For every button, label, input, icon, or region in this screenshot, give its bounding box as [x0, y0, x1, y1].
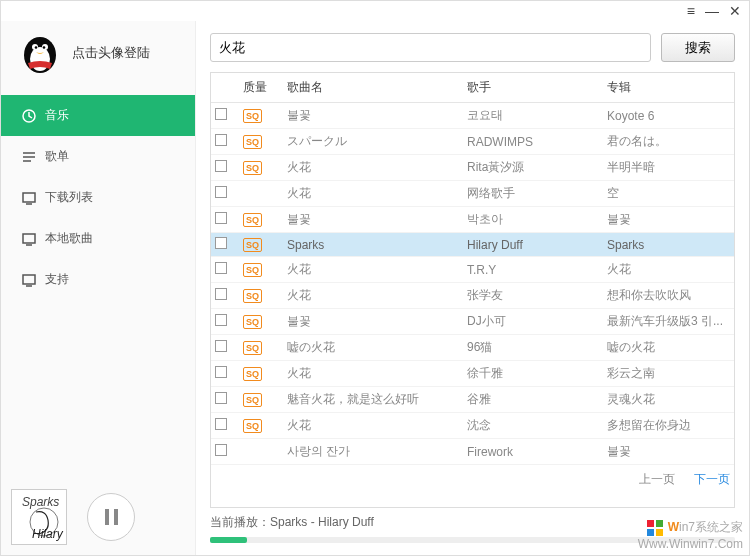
- cell-song: 火花: [283, 155, 463, 181]
- search-input[interactable]: [210, 33, 651, 62]
- checkbox[interactable]: [215, 418, 227, 430]
- sq-badge: SQ: [243, 263, 262, 277]
- sq-badge: SQ: [243, 135, 262, 149]
- nav-list: 音乐歌单下载列表本地歌曲支持: [1, 95, 195, 300]
- cell-artist: Hilary Duff: [463, 233, 603, 257]
- player-controls: SparksHilary: [11, 489, 135, 545]
- cell-album: 火花: [603, 257, 734, 283]
- cell-artist: Rita黃汐源: [463, 155, 603, 181]
- cell-song: スパークル: [283, 129, 463, 155]
- table-row[interactable]: 사랑의 잔가Firework불꽃: [211, 439, 734, 465]
- col-quality[interactable]: 质量: [239, 73, 283, 103]
- menu-icon[interactable]: ≡: [687, 4, 695, 18]
- checkbox[interactable]: [215, 212, 227, 224]
- table-row[interactable]: SQ불꽃코요태Koyote 6: [211, 103, 734, 129]
- pager: 上一页 下一页: [211, 465, 734, 494]
- svg-rect-7: [23, 193, 35, 202]
- checkbox[interactable]: [215, 444, 227, 456]
- checkbox[interactable]: [215, 134, 227, 146]
- checkbox[interactable]: [215, 288, 227, 300]
- table-row[interactable]: SQ魅音火花，就是这么好听谷雅灵魂火花: [211, 387, 734, 413]
- cell-album: 半明半暗: [603, 155, 734, 181]
- cell-artist: T.R.Y: [463, 257, 603, 283]
- cell-artist: 张学友: [463, 283, 603, 309]
- cell-album: 彩云之南: [603, 361, 734, 387]
- checkbox[interactable]: [215, 314, 227, 326]
- table-row[interactable]: SQ火花T.R.Y火花: [211, 257, 734, 283]
- pause-button[interactable]: [87, 493, 135, 541]
- cell-song: 火花: [283, 361, 463, 387]
- sq-badge: SQ: [243, 289, 262, 303]
- cell-album: 多想留在你身边: [603, 413, 734, 439]
- table-row[interactable]: SQ火花Rita黃汐源半明半暗: [211, 155, 734, 181]
- checkbox[interactable]: [215, 392, 227, 404]
- cell-album: 灵魂火花: [603, 387, 734, 413]
- results-table: 质量 歌曲名 歌手 专辑 SQ불꽃코요태Koyote 6SQスパークルRADWI…: [210, 72, 735, 508]
- nav-icon: [21, 108, 37, 124]
- profile-area[interactable]: 点击头像登陆: [1, 21, 195, 95]
- sidebar-item-label: 音乐: [45, 107, 69, 124]
- cell-song: 사랑의 잔가: [283, 439, 463, 465]
- titlebar: ≡ — ✕: [1, 1, 749, 21]
- checkbox[interactable]: [215, 160, 227, 172]
- progress-fill: [210, 537, 247, 543]
- checkbox[interactable]: [215, 262, 227, 274]
- progress-bar[interactable]: [210, 537, 735, 543]
- cell-artist: 谷雅: [463, 387, 603, 413]
- cell-album: 君の名は。: [603, 129, 734, 155]
- sidebar-item-1[interactable]: 歌单: [1, 136, 195, 177]
- cell-artist: 코요태: [463, 103, 603, 129]
- sq-badge: SQ: [243, 419, 262, 433]
- svg-point-5: [43, 46, 46, 49]
- cell-album: Sparks: [603, 233, 734, 257]
- table-row[interactable]: SQ불꽃DJ小可最新汽车升级版3 引...: [211, 309, 734, 335]
- checkbox[interactable]: [215, 186, 227, 198]
- col-artist[interactable]: 歌手: [463, 73, 603, 103]
- checkbox[interactable]: [215, 340, 227, 352]
- minimize-icon[interactable]: —: [705, 4, 719, 18]
- login-text[interactable]: 点击头像登陆: [72, 44, 150, 62]
- checkbox[interactable]: [215, 366, 227, 378]
- next-page[interactable]: 下一页: [694, 472, 730, 486]
- table-row[interactable]: SQ嘘の火花96猫嘘の火花: [211, 335, 734, 361]
- col-album[interactable]: 专辑: [603, 73, 734, 103]
- close-icon[interactable]: ✕: [729, 4, 741, 18]
- pause-icon: [105, 509, 118, 525]
- avatar-icon[interactable]: [16, 29, 64, 77]
- col-song[interactable]: 歌曲名: [283, 73, 463, 103]
- table-row[interactable]: 火花网络歌手空: [211, 181, 734, 207]
- table-row[interactable]: SQ불꽃박초아불꽃: [211, 207, 734, 233]
- nav-icon: [21, 231, 37, 247]
- table-row[interactable]: SQスパークルRADWIMPS君の名は。: [211, 129, 734, 155]
- search-bar: 搜索: [210, 33, 735, 62]
- table-row[interactable]: SQ火花张学友想和你去吹吹风: [211, 283, 734, 309]
- table-row[interactable]: SQ火花徐千雅彩云之南: [211, 361, 734, 387]
- sidebar-item-0[interactable]: 音乐: [1, 95, 195, 136]
- table-row[interactable]: SQ火花沈念多想留在你身边: [211, 413, 734, 439]
- sidebar-item-4[interactable]: 支持: [1, 259, 195, 300]
- album-art[interactable]: SparksHilary: [11, 489, 67, 545]
- prev-page[interactable]: 上一页: [639, 472, 675, 486]
- cell-song: 불꽃: [283, 207, 463, 233]
- nav-icon: [21, 272, 37, 288]
- sq-badge: SQ: [243, 238, 262, 252]
- svg-text:Sparks: Sparks: [22, 495, 59, 509]
- table-row[interactable]: SQSparksHilary DuffSparks: [211, 233, 734, 257]
- sq-badge: SQ: [243, 341, 262, 355]
- search-button[interactable]: 搜索: [661, 33, 735, 62]
- sidebar-item-3[interactable]: 本地歌曲: [1, 218, 195, 259]
- cell-album: 불꽃: [603, 439, 734, 465]
- sidebar-item-2[interactable]: 下载列表: [1, 177, 195, 218]
- cell-song: 魅音火花，就是这么好听: [283, 387, 463, 413]
- nav-icon: [21, 149, 37, 165]
- cell-artist: RADWIMPS: [463, 129, 603, 155]
- sidebar-item-label: 本地歌曲: [45, 230, 93, 247]
- svg-point-4: [35, 46, 38, 49]
- checkbox[interactable]: [215, 108, 227, 120]
- now-playing: 当前播放：Sparks - Hilary Duff: [210, 508, 735, 533]
- cell-album: 嘘の火花: [603, 335, 734, 361]
- checkbox[interactable]: [215, 237, 227, 249]
- cell-album: 불꽃: [603, 207, 734, 233]
- sidebar-item-label: 支持: [45, 271, 69, 288]
- sidebar: 点击头像登陆 音乐歌单下载列表本地歌曲支持 SparksHilary: [1, 21, 196, 555]
